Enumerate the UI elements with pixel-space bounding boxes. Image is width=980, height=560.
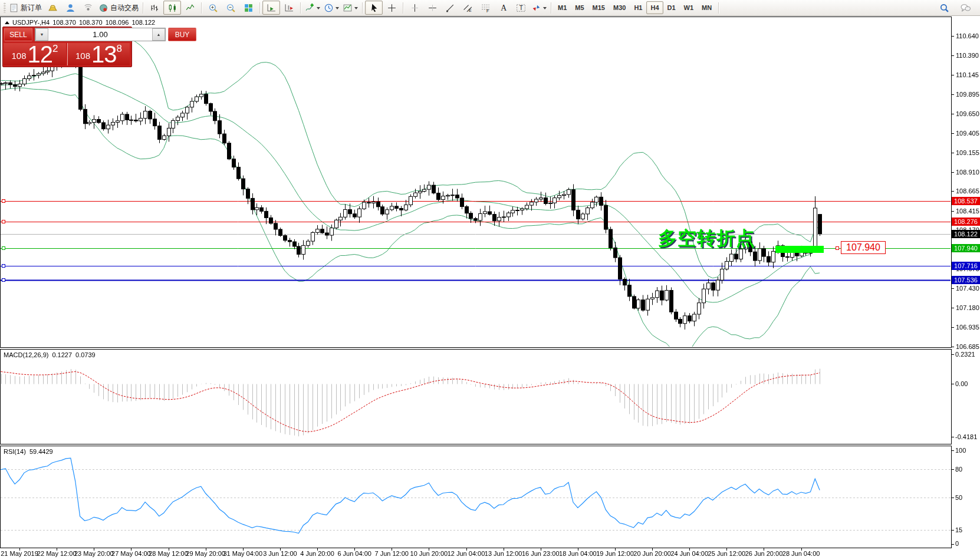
buy-button[interactable]: BUY <box>168 28 196 41</box>
timeframe-m30-button[interactable]: M30 <box>609 1 630 14</box>
dropdown-caret-icon[interactable] <box>543 7 547 11</box>
time-axis-label: 27 May 04:00 <box>111 550 151 557</box>
trendline-button[interactable] <box>441 1 459 15</box>
macd-scale-label: -0.4181 <box>955 433 977 441</box>
rsi-scale-label: 15 <box>955 526 962 534</box>
textA-icon: A <box>498 3 508 13</box>
toolbar-separator <box>300 2 301 14</box>
indicators-button[interactable] <box>303 1 322 15</box>
signals-button[interactable] <box>79 1 97 15</box>
time-axis-label: 10 Jun 20:00 <box>410 550 448 557</box>
rsi-scale-label: 0 <box>955 540 959 548</box>
doc-icon <box>9 3 19 13</box>
autotrading-button[interactable]: 自动交易 <box>97 1 140 15</box>
time-axis-label: 29 May 20:00 <box>186 550 225 557</box>
timeframe-m15-button[interactable]: M15 <box>588 1 609 14</box>
templates-button[interactable] <box>341 1 360 15</box>
crosshair-button[interactable] <box>383 1 400 15</box>
time-axis-label: 26 Jun 20:00 <box>745 550 783 557</box>
autoscroll-icon <box>267 3 277 13</box>
volume-increase-button[interactable]: ▲ <box>152 28 165 41</box>
tile-windows-button[interactable] <box>239 1 257 15</box>
macd-scale-label: 0.00 <box>955 380 968 388</box>
time-axis-label: 25 Jun 12:00 <box>708 550 746 557</box>
timeframe-mn-button[interactable]: MN <box>698 1 716 14</box>
line-chart-button[interactable] <box>181 1 199 15</box>
dropdown-caret-icon[interactable] <box>354 7 358 11</box>
zoom-out-button[interactable] <box>222 1 239 15</box>
timeframe-d1-button[interactable]: D1 <box>663 1 680 14</box>
cursor-icon <box>369 3 379 13</box>
person-icon <box>65 3 75 13</box>
time-axis-label: 21 May 2019 <box>1 550 38 557</box>
ohlc-low: 108.096 <box>106 19 129 26</box>
new-order-label: 新订单 <box>21 3 42 13</box>
chart-annotation-text: 多空转折点 <box>658 226 755 252</box>
price-badge: 108.537 <box>952 197 980 205</box>
cursor-button[interactable] <box>365 1 383 15</box>
time-axis-label: 20 Jun 20:00 <box>633 550 671 557</box>
time-axis-label: 6 Jun 04:00 <box>337 550 371 557</box>
dropdown-caret-icon[interactable] <box>336 7 339 11</box>
text-label-button[interactable]: T <box>512 1 530 15</box>
collapse-panel-icon[interactable] <box>5 19 9 24</box>
symbol-search-button[interactable] <box>935 1 953 15</box>
arrow-objects-button[interactable] <box>530 1 548 15</box>
bid-price[interactable]: 108 12 2 <box>4 43 66 65</box>
svg-text:E: E <box>469 8 472 12</box>
price-axis-label: 108.665 <box>956 187 979 195</box>
toolbar-separator <box>259 2 260 14</box>
candlestick-chart-button[interactable] <box>163 1 181 15</box>
time-axis-label: 13 Jun 12:00 <box>485 550 522 557</box>
time-axis-label: 7 Jun 12:00 <box>375 550 409 557</box>
gold-symbol-button[interactable] <box>44 1 61 15</box>
chat-button[interactable] <box>956 1 974 15</box>
time-axis-label: 28 May 12:00 <box>149 550 188 557</box>
macd-value: 0.1227 <box>52 351 72 358</box>
chat-icon <box>961 3 971 13</box>
volume-decrease-button[interactable]: ▼ <box>35 28 48 41</box>
chart-shift-button[interactable] <box>280 1 298 15</box>
price-axis-label: 107.430 <box>956 285 979 292</box>
timeframe-w1-button[interactable]: W1 <box>680 1 698 14</box>
time-axis-label: 4 Jun 20:00 <box>300 550 334 557</box>
ask-price[interactable]: 108 13 8 <box>67 43 130 65</box>
fibonacci-button[interactable]: F <box>476 1 494 15</box>
macd-signal-value: 0.0739 <box>75 351 96 358</box>
toolbar-grip <box>4 2 6 13</box>
equidistant-channel-button[interactable]: E <box>459 1 476 15</box>
time-axis-label: 3 Jun 12:00 <box>263 550 297 557</box>
sell-button[interactable]: SELL <box>4 28 32 41</box>
crosshair-icon <box>387 3 397 13</box>
time-axis-label: 19 Jun 12:00 <box>596 550 634 557</box>
periods-button[interactable] <box>322 1 341 15</box>
vertical-line-button[interactable] <box>406 1 423 15</box>
horizontal-line-button[interactable] <box>423 1 441 15</box>
bar-chart-button[interactable] <box>146 1 163 15</box>
timeframe-h4-button[interactable]: H4 <box>646 1 663 14</box>
template-icon <box>343 3 353 13</box>
new-order-button[interactable]: 新订单 <box>7 1 44 15</box>
auto-scroll-button[interactable] <box>262 1 280 15</box>
chart-canvas[interactable] <box>0 0 980 560</box>
bid-main: 12 <box>28 44 53 65</box>
timeframe-h1-button[interactable]: H1 <box>630 1 646 14</box>
timeframe-m5-button[interactable]: M5 <box>571 1 588 14</box>
rsi-scale-label: 100 <box>955 447 966 454</box>
time-axis-label: 18 Jun 04:00 <box>559 550 597 557</box>
toolbar-separator <box>551 2 551 14</box>
community-button[interactable] <box>61 1 79 15</box>
timeframe-m1-button[interactable]: M1 <box>554 1 571 14</box>
chart-title: USDJPY-,H4 108.370 108.370 108.096 108.1… <box>5 19 155 26</box>
zoom-in-button[interactable] <box>204 1 222 15</box>
text-button[interactable]: A <box>494 1 512 15</box>
ohlc-high: 108.370 <box>79 19 103 26</box>
dropdown-caret-icon[interactable] <box>317 7 320 11</box>
toolbar-separator <box>143 2 143 14</box>
price-badge: 107.536 <box>952 276 980 284</box>
clock-icon <box>324 3 334 13</box>
volume-input[interactable] <box>48 28 152 41</box>
ohlc-open: 108.370 <box>52 19 76 26</box>
robot-icon <box>98 3 108 13</box>
one-click-trading-panel: SELL ▼ ▲ BUY 108 12 2 108 13 8 <box>2 27 132 67</box>
